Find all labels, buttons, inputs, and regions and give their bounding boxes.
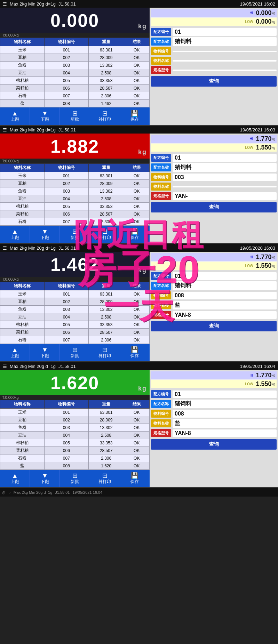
btn-新批[interactable]: ⊞ 新批 (60, 107, 90, 125)
spec-label: 规格型号 (151, 429, 171, 437)
table-cell: 005 (44, 203, 88, 210)
table-cell: 007 (44, 92, 88, 100)
btn-label-4: 保存 (130, 479, 139, 485)
material-no-row: 物料编号 (151, 47, 277, 55)
weight-display: 1.620 kg (0, 370, 150, 395)
table-cell: 13.302 (88, 187, 124, 195)
btn-label-0: 上翻 (11, 235, 19, 241)
recipe-no-value: 01 (173, 272, 277, 280)
query-button[interactable]: 查询 (151, 202, 277, 212)
btn-保存[interactable]: 💾 保存 (120, 470, 150, 487)
table-cell: OK (124, 69, 149, 77)
table-cell: 63.301 (88, 46, 124, 54)
btn-保存[interactable]: 💾 保存 (120, 226, 150, 243)
menu-icon[interactable]: ☰ (3, 127, 7, 132)
table-cell: OK (124, 100, 149, 107)
low-label: LOW (245, 146, 253, 150)
menu-icon[interactable]: ☰ (3, 1, 7, 7)
btn-补打印[interactable]: ⊟ 补打印 (90, 226, 120, 243)
query-button[interactable]: 查询 (151, 76, 277, 87)
recipe-no-row: 配方编号 01 (151, 154, 277, 162)
btn-下翻[interactable]: ▼ 下翻 (30, 226, 60, 243)
btn-保存[interactable]: 💾 保存 (120, 107, 150, 125)
btn-icon-0: ▲ (12, 228, 18, 235)
btn-补打印[interactable]: ⊟ 补打印 (90, 107, 120, 125)
data-table: 物料名称物料编号重量结果 玉米00163.301OK 豆粕00228.009OK… (0, 400, 150, 470)
btn-上翻[interactable]: ▲ 上翻 (0, 107, 30, 125)
low-value: 0.000 (256, 18, 271, 25)
table-cell: 豆油 (0, 69, 45, 77)
table-cell: OK (124, 313, 149, 321)
table-cell: 菜籽粕 (0, 210, 45, 218)
bottom-icon: ◎ (2, 490, 6, 495)
table-cell: 28.507 (88, 329, 124, 336)
table-header-row: 物料名称物料编号重量结果 (0, 282, 150, 290)
btn-下翻[interactable]: ▼ 下翻 (30, 344, 60, 361)
table-cell: OK (124, 306, 149, 313)
btn-补打印[interactable]: ⊟ 补打印 (90, 344, 120, 361)
recipe-name-row: 配方名称 猪饲料 (151, 281, 277, 290)
btn-新批[interactable]: ⊞ 新批 (60, 470, 90, 487)
spec-label: 规格型号 (151, 66, 171, 74)
menu-icon[interactable]: ☰ (3, 245, 7, 251)
query-button[interactable]: 查询 (151, 321, 277, 331)
btn-icon-3: ⊟ (102, 473, 108, 479)
table-cell: OK (124, 424, 149, 432)
hi-unit: kg (271, 255, 275, 259)
table-cell: OK (124, 290, 149, 298)
table-row: 石粉0072.306OK (0, 454, 150, 462)
spec-value: YAN- (173, 192, 277, 200)
hi-label: HI (249, 373, 253, 377)
table-cell: 005 (44, 77, 88, 84)
table-cell: 盐 (0, 100, 45, 107)
main-area: 0.000 kg T:0.000kg 物料名称物料编号重量结果 玉米00163.… (0, 8, 278, 125)
datetime: 19/05/2021 16:02 (240, 1, 275, 7)
table-row: 豆油0042.508OK (0, 195, 150, 203)
table-cell: 28.009 (88, 298, 124, 306)
btn-保存[interactable]: 💾 保存 (120, 344, 150, 361)
weight-value: 1.462 (50, 254, 99, 275)
table-cell: OK (124, 336, 149, 344)
table-header: 物料名称 (0, 164, 45, 172)
btn-icon-0: ▲ (12, 347, 18, 353)
btn-新批[interactable]: ⊞ 新批 (60, 226, 90, 243)
btn-label-0: 上翻 (11, 353, 19, 359)
btn-新批[interactable]: ⊞ 新批 (60, 344, 90, 361)
recipe-no-label: 配方编号 (151, 28, 171, 36)
btn-补打印[interactable]: ⊟ 补打印 (90, 470, 120, 487)
table-cell: 石粉 (0, 454, 45, 462)
spec-row: 规格型号 YAN-8 (151, 429, 277, 437)
table-row: 棉籽粕00533.353OK (0, 203, 150, 210)
table-cell: OK (124, 298, 149, 306)
table-header-row: 物料名称物料编号重量结果 (0, 400, 150, 409)
btn-上翻[interactable]: ▲ 上翻 (0, 470, 30, 487)
btn-上翻[interactable]: ▲ 上翻 (0, 226, 30, 243)
menu-icon[interactable]: ☰ (3, 364, 7, 369)
btn-下翻[interactable]: ▼ 下翻 (30, 107, 60, 125)
table-cell: 33.353 (88, 77, 124, 84)
device-info: Max 2kg Min 20g d=1g (10, 245, 56, 251)
button-row: ▲ 上翻 ▼ 下翻 ⊞ 新批 ⊟ 补打印 💾 保存 (0, 344, 150, 361)
low-row: LOW 1.550 kg (151, 262, 277, 270)
weight-unit: kg (138, 23, 147, 30)
recipe-no-row: 配方编号 01 (151, 28, 277, 36)
spec-row: 规格型号 YAN-8 (151, 311, 277, 319)
table-cell: 棉籽粕 (0, 203, 45, 210)
query-button[interactable]: 查询 (151, 439, 277, 450)
btn-下翻[interactable]: ▼ 下翻 (30, 470, 60, 487)
recipe-no-label: 配方编号 (151, 272, 171, 280)
hi-low-box: HI 1.770 kg LOW 1.550 kg (151, 371, 277, 388)
btn-label-3: 补打印 (98, 479, 111, 485)
table-cell: 1.620 (88, 462, 124, 470)
table-cell: 002 (44, 416, 88, 424)
table-cell: 002 (44, 180, 88, 187)
table-row: 豆粕00228.009OK (0, 298, 150, 306)
datetime: 19/05/2020 16:03 (240, 245, 275, 251)
table-row: 石粉0072.306OK (0, 218, 150, 226)
recipe-no-value: 01 (173, 391, 277, 398)
table-cell: OK (124, 54, 149, 62)
table-cell: 13.302 (88, 424, 124, 432)
btn-icon-4: 💾 (131, 110, 138, 116)
hi-value: 1.770 (256, 253, 271, 261)
btn-上翻[interactable]: ▲ 上翻 (0, 344, 30, 361)
